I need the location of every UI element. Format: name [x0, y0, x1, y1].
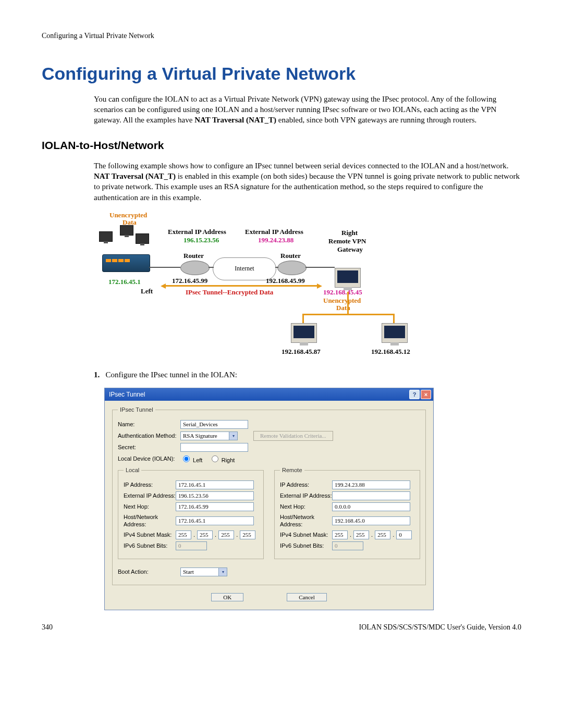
ipsec-tunnel-dialog: IPsec Tunnel ? × IPsec Tunnel Name: Seri… — [104, 388, 434, 610]
radio-left[interactable]: Left — [180, 454, 202, 464]
serial-device-2-icon — [120, 225, 133, 236]
page-footer: 340 IOLAN SDS/SCS/STS/MDC User's Guide, … — [42, 623, 521, 633]
step-1: 1. Configure the IPsec tunnel in the IOL… — [94, 369, 521, 380]
link-3 — [275, 267, 278, 268]
page-number: 340 — [42, 623, 53, 633]
label-router-left: Router — [183, 251, 204, 261]
arrow-l-icon — [161, 283, 166, 289]
doc-title: IOLAN SDS/SCS/STS/MDC User's Guide, Vers… — [359, 623, 521, 633]
radio-right-label: Right — [222, 457, 235, 463]
cancel-button[interactable]: Cancel — [287, 593, 327, 601]
local-m2-input[interactable]: 255 — [197, 530, 213, 539]
remote-v6-label: IPv6 Subnet Bits: — [280, 542, 332, 550]
link-2 — [209, 267, 214, 268]
remote-hop-input[interactable]: 0.0.0.0 — [332, 502, 410, 511]
value-ext-ip-left: 196.15.23.56 — [183, 236, 219, 245]
local-ext-label: External IP Address: — [124, 492, 176, 500]
local-group: Local IP Address:172.16.45.1 External IP… — [118, 466, 264, 560]
dialog-title: IPsec Tunnel — [109, 390, 145, 399]
arrow-r-icon — [317, 283, 322, 289]
value-ip-host-1: 192.168.45.87 — [282, 347, 321, 356]
tunnel-line — [166, 285, 317, 287]
local-hop-input[interactable]: 172.16.45.99 — [176, 502, 254, 511]
boot-select[interactable]: Start ▾ — [180, 567, 227, 576]
local-m4-input[interactable]: 255 — [240, 530, 255, 539]
label-right: Right — [341, 228, 358, 238]
remote-ext-label: External IP Address: — [280, 492, 332, 500]
local-ip-input[interactable]: 172.16.45.1 — [176, 480, 254, 489]
remote-hop-label: Next Hop: — [280, 503, 332, 511]
dialog-titlebar: IPsec Tunnel ? × — [105, 388, 433, 401]
local-ext-input[interactable]: 196.15.23.56 — [176, 491, 254, 500]
link-4 — [305, 267, 335, 268]
label-remote-vpn: Remote VPN — [328, 237, 366, 246]
router-right-icon — [277, 261, 307, 275]
remote-ext-input[interactable] — [332, 491, 410, 500]
vline-h1 — [302, 314, 304, 323]
remote-m3-input[interactable]: 255 — [375, 530, 390, 539]
remote-ip-input[interactable]: 199.24.23.88 — [332, 480, 410, 489]
vline-h2 — [393, 314, 395, 323]
radio-right[interactable]: Right — [209, 454, 235, 464]
local-hn-input[interactable]: 172.16.45.1 — [176, 516, 254, 525]
local-legend: Local — [124, 466, 141, 474]
running-header: Configuring a Virtual Private Network — [42, 31, 521, 41]
value-ip-left-local: 172.16.45.1 — [108, 277, 141, 287]
local-ip-label: IP Address: — [124, 481, 176, 489]
secret-input[interactable] — [180, 443, 248, 452]
network-diagram: Unencrypted Data External IP Address 196… — [94, 211, 459, 362]
section-bold-1: NAT Traversal (NAT_T) — [94, 172, 176, 180]
label-router-right: Router — [280, 251, 301, 261]
secret-label: Secret: — [118, 443, 180, 451]
step-1-number: 1. — [94, 371, 100, 379]
label-ext-ip-right: External IP Address — [245, 227, 303, 237]
router-left-icon — [180, 261, 210, 275]
ipsec-tunnel-legend: IPsec Tunnel — [118, 406, 155, 414]
serial-device-3-icon — [136, 233, 149, 244]
remote-ip-label: IP Address: — [280, 481, 332, 489]
hline-lan — [302, 314, 394, 315]
vpn-gateway-icon — [335, 268, 361, 288]
local-v6-input: 0 — [176, 541, 207, 550]
radio-left-label: Left — [193, 457, 202, 463]
local-hop-label: Next Hop: — [124, 503, 176, 511]
label-gateway: Gateway — [337, 245, 363, 254]
help-icon[interactable]: ? — [409, 390, 420, 399]
section-text-1: The following example shows how to confi… — [94, 162, 509, 170]
close-icon[interactable]: × — [421, 390, 431, 399]
name-label: Name: — [118, 421, 180, 428]
remote-hn-input[interactable]: 192.168.45.0 — [332, 516, 410, 525]
remote-m1-input[interactable]: 255 — [332, 530, 348, 539]
intro-text-2: enabled, since both VPN gateways are run… — [278, 116, 476, 124]
local-m3-input[interactable]: 255 — [218, 530, 234, 539]
step-1-text: Configure the IPsec tunnel in the IOLAN: — [106, 371, 237, 379]
intro-paragraph: You can configure the IOLAN to act as a … — [94, 94, 521, 126]
remote-legend: Remote — [280, 466, 304, 474]
value-ext-ip-right: 199.24.23.88 — [258, 236, 293, 245]
ok-button[interactable]: OK — [211, 593, 243, 601]
auth-label: Authentication Method: — [118, 432, 180, 440]
remote-validation-button[interactable]: Remote Validation Criteria... — [253, 431, 333, 441]
serial-device-1-icon — [99, 231, 113, 242]
auth-select[interactable]: RSA Signature ▾ — [180, 431, 238, 440]
page-title: Configuring a Virtual Private Network — [42, 62, 521, 86]
remote-group: Remote IP Address:199.24.23.88 External … — [274, 466, 420, 560]
label-ipsec-tunnel: IPsec Tunnel--Encrypted Data — [186, 288, 273, 297]
vline-gateway — [347, 292, 349, 315]
link-1 — [149, 267, 180, 268]
remote-m2-input[interactable]: 255 — [353, 530, 369, 539]
local-v4-label: IPv4 Subnet Mask: — [124, 531, 176, 539]
host-1-icon — [291, 323, 317, 343]
localdev-label: Local Device (IOLAN): — [118, 455, 180, 463]
value-ip-rgw: 192.168.45.45 — [323, 288, 362, 297]
chevron-down-icon: ▾ — [218, 568, 227, 576]
name-input[interactable]: Serial_Devices — [180, 420, 248, 429]
host-2-icon — [382, 323, 408, 343]
remote-m4-input[interactable]: 0 — [396, 530, 412, 539]
local-m1-input[interactable]: 255 — [176, 530, 191, 539]
chevron-down-icon: ▾ — [229, 432, 237, 440]
local-hn-label: Host/Network Address: — [124, 513, 176, 529]
remote-hn-label: Host/Network Address: — [280, 513, 332, 529]
value-ip-right-hop: 192.168.45.99 — [266, 276, 305, 286]
section-heading: IOLAN-to-Host/Network — [42, 138, 521, 153]
